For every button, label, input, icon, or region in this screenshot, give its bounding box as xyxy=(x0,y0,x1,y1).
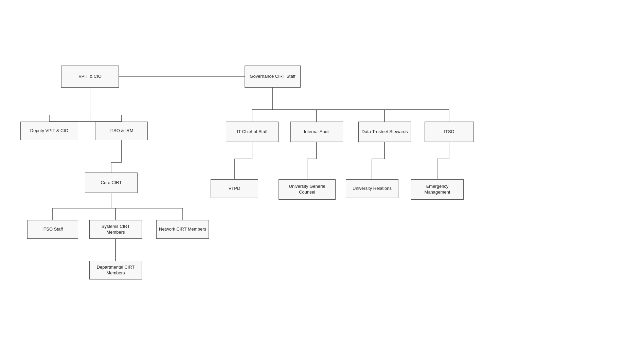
node-internal_audit: Internal Audit xyxy=(290,122,343,142)
node-network_cirt: Network CIRT Members xyxy=(156,220,209,239)
node-univ_counsel: University General Counsel xyxy=(279,179,336,200)
page-title xyxy=(0,0,644,13)
node-data_trustee: Data Trustee/ Stewards xyxy=(358,122,411,142)
org-chart: VPIT & CIOGovernance CIRT StaffDeputy VP… xyxy=(0,13,644,336)
node-vpit_cio: VPIT & CIO xyxy=(61,66,119,88)
node-itso_staff: ITSO Staff xyxy=(27,220,78,239)
node-it_chief: IT Chief of Staff xyxy=(226,122,279,142)
node-univ_relations: University Relations xyxy=(346,179,398,198)
node-vtpd: VTPD xyxy=(211,179,258,198)
node-emergency_mgmt: Emergency Management xyxy=(411,179,464,200)
node-systems_cirt: Systems CIRT Members xyxy=(89,220,142,239)
node-core_cirt: Core CIRT xyxy=(85,173,138,193)
node-governance_cirt: Governance CIRT Staff xyxy=(245,66,301,88)
node-dept_cirt: Departmental CIRT Members xyxy=(89,261,142,279)
node-itso: ITSO xyxy=(425,122,474,142)
node-deputy_vpit: Deputy VPIT & CIO xyxy=(20,122,78,140)
node-itso_irm: ITSO & IRM xyxy=(95,122,148,140)
